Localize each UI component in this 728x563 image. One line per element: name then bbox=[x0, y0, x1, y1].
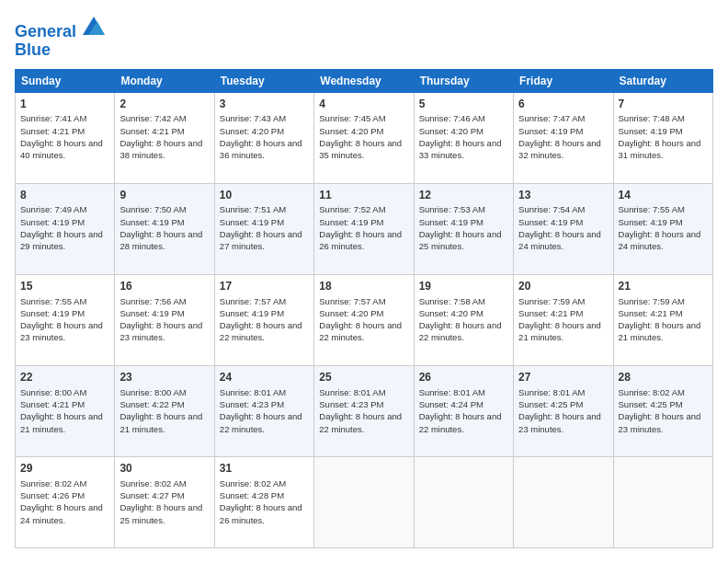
calendar-day-cell: 16Sunrise: 7:56 AMSunset: 4:19 PMDayligh… bbox=[115, 274, 214, 365]
day-number: 1 bbox=[20, 97, 109, 112]
calendar-day-cell: 21Sunrise: 7:59 AMSunset: 4:21 PMDayligh… bbox=[613, 274, 712, 365]
calendar-week-row: 15Sunrise: 7:55 AMSunset: 4:19 PMDayligh… bbox=[16, 274, 713, 365]
day-number: 31 bbox=[220, 461, 309, 477]
calendar-day-cell: 8Sunrise: 7:49 AMSunset: 4:19 PMDaylight… bbox=[16, 183, 115, 274]
weekday-header-row: SundayMondayTuesdayWednesdayThursdayFrid… bbox=[16, 69, 713, 92]
day-number: 12 bbox=[419, 188, 508, 203]
calendar-day-cell: 11Sunrise: 7:52 AMSunset: 4:19 PMDayligh… bbox=[314, 183, 414, 274]
day-number: 29 bbox=[20, 461, 109, 477]
day-number: 17 bbox=[220, 279, 309, 294]
day-number: 2 bbox=[119, 97, 209, 112]
calendar-week-row: 22Sunrise: 8:00 AMSunset: 4:21 PMDayligh… bbox=[16, 365, 713, 456]
page: General Blue SundayMondayTuesdayWednesda… bbox=[0, 0, 728, 563]
day-number: 25 bbox=[319, 370, 408, 385]
day-number: 20 bbox=[518, 279, 608, 294]
calendar-day-cell: 25Sunrise: 8:01 AMSunset: 4:23 PMDayligh… bbox=[314, 365, 414, 456]
day-number: 13 bbox=[518, 188, 608, 203]
calendar-day-cell: 30Sunrise: 8:02 AMSunset: 4:27 PMDayligh… bbox=[115, 456, 214, 547]
calendar-day-cell: 23Sunrise: 8:00 AMSunset: 4:22 PMDayligh… bbox=[115, 365, 214, 456]
day-number: 19 bbox=[419, 279, 508, 294]
day-number: 3 bbox=[220, 97, 309, 112]
day-number: 23 bbox=[119, 370, 209, 385]
calendar-day-cell: 1Sunrise: 7:41 AMSunset: 4:21 PMDaylight… bbox=[16, 92, 115, 183]
calendar-day-cell: 6Sunrise: 7:47 AMSunset: 4:19 PMDaylight… bbox=[514, 92, 613, 183]
calendar-day-cell: 3Sunrise: 7:43 AMSunset: 4:20 PMDaylight… bbox=[214, 92, 313, 183]
calendar-week-row: 1Sunrise: 7:41 AMSunset: 4:21 PMDaylight… bbox=[16, 92, 713, 183]
day-number: 5 bbox=[419, 97, 508, 112]
day-number: 22 bbox=[20, 370, 109, 385]
logo-subtext: Blue bbox=[15, 41, 105, 60]
calendar-day-cell: 17Sunrise: 7:57 AMSunset: 4:19 PMDayligh… bbox=[214, 274, 313, 365]
weekday-header-cell: Sunday bbox=[16, 69, 115, 92]
calendar-day-cell: 22Sunrise: 8:00 AMSunset: 4:21 PMDayligh… bbox=[16, 365, 115, 456]
logo-text: General bbox=[15, 15, 105, 41]
day-number: 4 bbox=[319, 97, 408, 112]
calendar-day-cell: 9Sunrise: 7:50 AMSunset: 4:19 PMDaylight… bbox=[115, 183, 214, 274]
calendar-day-cell: 12Sunrise: 7:53 AMSunset: 4:19 PMDayligh… bbox=[414, 183, 513, 274]
calendar-day-cell bbox=[414, 456, 513, 547]
calendar-table: SundayMondayTuesdayWednesdayThursdayFrid… bbox=[15, 69, 713, 548]
calendar-day-cell: 24Sunrise: 8:01 AMSunset: 4:23 PMDayligh… bbox=[214, 365, 313, 456]
calendar-day-cell: 5Sunrise: 7:46 AMSunset: 4:20 PMDaylight… bbox=[414, 92, 513, 183]
calendar-day-cell bbox=[613, 456, 712, 547]
day-number: 10 bbox=[220, 188, 309, 203]
header: General Blue bbox=[15, 15, 713, 60]
calendar-day-cell: 26Sunrise: 8:01 AMSunset: 4:24 PMDayligh… bbox=[414, 365, 513, 456]
day-number: 6 bbox=[518, 97, 608, 112]
day-number: 9 bbox=[119, 188, 209, 203]
calendar-day-cell: 18Sunrise: 7:57 AMSunset: 4:20 PMDayligh… bbox=[314, 274, 414, 365]
day-number: 8 bbox=[20, 188, 109, 203]
day-number: 27 bbox=[518, 370, 608, 385]
weekday-header-cell: Friday bbox=[514, 69, 613, 92]
day-number: 7 bbox=[619, 97, 708, 112]
day-number: 21 bbox=[619, 279, 708, 294]
day-number: 15 bbox=[20, 279, 109, 294]
day-number: 16 bbox=[119, 279, 209, 294]
calendar-day-cell: 10Sunrise: 7:51 AMSunset: 4:19 PMDayligh… bbox=[214, 183, 313, 274]
calendar-day-cell: 19Sunrise: 7:58 AMSunset: 4:20 PMDayligh… bbox=[414, 274, 513, 365]
calendar-day-cell: 15Sunrise: 7:55 AMSunset: 4:19 PMDayligh… bbox=[16, 274, 115, 365]
calendar-day-cell: 4Sunrise: 7:45 AMSunset: 4:20 PMDaylight… bbox=[314, 92, 414, 183]
calendar-week-row: 8Sunrise: 7:49 AMSunset: 4:19 PMDaylight… bbox=[16, 183, 713, 274]
calendar-day-cell: 28Sunrise: 8:02 AMSunset: 4:25 PMDayligh… bbox=[613, 365, 712, 456]
day-number: 30 bbox=[119, 461, 209, 477]
day-number: 14 bbox=[619, 188, 708, 203]
calendar-week-row: 29Sunrise: 8:02 AMSunset: 4:26 PMDayligh… bbox=[16, 456, 713, 547]
weekday-header-cell: Thursday bbox=[414, 69, 513, 92]
calendar-day-cell: 2Sunrise: 7:42 AMSunset: 4:21 PMDaylight… bbox=[115, 92, 214, 183]
calendar-day-cell: 29Sunrise: 8:02 AMSunset: 4:26 PMDayligh… bbox=[16, 456, 115, 547]
day-number: 24 bbox=[220, 370, 309, 385]
day-number: 28 bbox=[619, 370, 708, 385]
calendar-day-cell bbox=[514, 456, 613, 547]
day-number: 26 bbox=[419, 370, 508, 385]
weekday-header-cell: Monday bbox=[115, 69, 214, 92]
day-number: 11 bbox=[319, 188, 408, 203]
calendar-body: 1Sunrise: 7:41 AMSunset: 4:21 PMDaylight… bbox=[16, 92, 713, 547]
calendar-day-cell: 14Sunrise: 7:55 AMSunset: 4:19 PMDayligh… bbox=[613, 183, 712, 274]
calendar-day-cell: 20Sunrise: 7:59 AMSunset: 4:21 PMDayligh… bbox=[514, 274, 613, 365]
day-number: 18 bbox=[319, 279, 408, 294]
calendar-day-cell: 7Sunrise: 7:48 AMSunset: 4:19 PMDaylight… bbox=[613, 92, 712, 183]
calendar-day-cell: 13Sunrise: 7:54 AMSunset: 4:19 PMDayligh… bbox=[514, 183, 613, 274]
calendar-day-cell bbox=[314, 456, 414, 547]
calendar-day-cell: 31Sunrise: 8:02 AMSunset: 4:28 PMDayligh… bbox=[214, 456, 313, 547]
calendar-day-cell: 27Sunrise: 8:01 AMSunset: 4:25 PMDayligh… bbox=[514, 365, 613, 456]
logo-icon bbox=[83, 15, 105, 37]
weekday-header-cell: Saturday bbox=[613, 69, 712, 92]
weekday-header-cell: Wednesday bbox=[314, 69, 414, 92]
logo: General Blue bbox=[15, 15, 105, 60]
weekday-header-cell: Tuesday bbox=[214, 69, 313, 92]
